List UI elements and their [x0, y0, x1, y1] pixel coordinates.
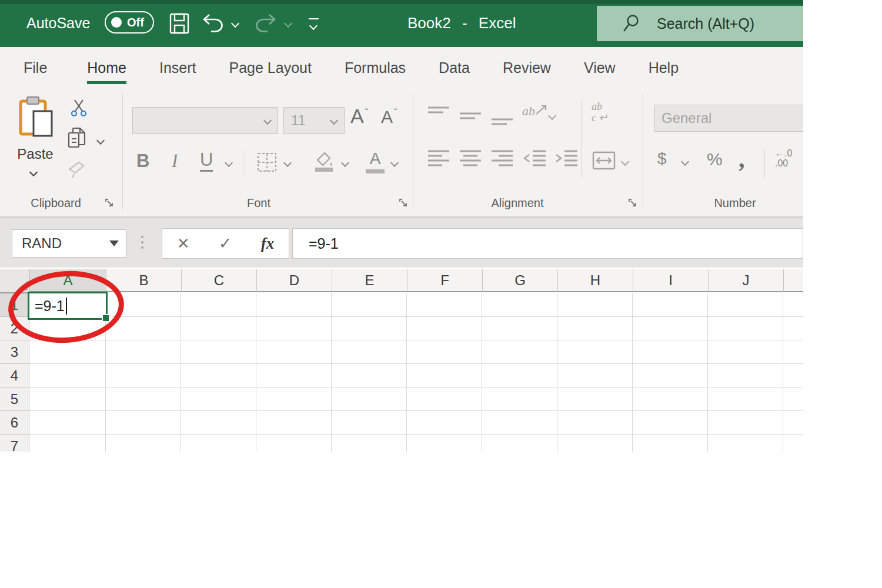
cell-F4[interactable]	[407, 364, 482, 387]
column-header-G[interactable]: G	[483, 269, 558, 292]
align-right-icon[interactable]	[490, 149, 514, 173]
column-header-F[interactable]: F	[407, 269, 483, 292]
cell-J7[interactable]	[708, 435, 783, 452]
cell-J1[interactable]	[708, 293, 783, 317]
cell-I1[interactable]	[633, 293, 708, 317]
cell-F6[interactable]	[407, 411, 482, 435]
tab-data[interactable]: Data	[439, 47, 470, 88]
wrap-text-icon[interactable]: ab c ↵	[592, 101, 608, 123]
increase-decimal-icon[interactable]: ←.0 .00	[775, 148, 792, 168]
search-box[interactable]: Search (Alt+Q)	[597, 6, 803, 41]
copy-dropdown-icon[interactable]	[96, 136, 105, 145]
cell-I2[interactable]	[633, 317, 708, 340]
cell-I6[interactable]	[633, 411, 708, 435]
fill-color-icon[interactable]	[313, 151, 335, 175]
save-icon[interactable]	[166, 0, 193, 47]
copy-icon[interactable]	[67, 127, 87, 152]
italic-button[interactable]: I	[172, 151, 178, 172]
comma-style-icon[interactable]: ,	[739, 145, 745, 173]
column-header-D[interactable]: D	[257, 269, 332, 292]
cell-H1[interactable]	[557, 293, 633, 317]
cell-B4[interactable]	[106, 364, 181, 387]
cell-H6[interactable]	[557, 411, 633, 435]
column-header-I[interactable]: I	[633, 269, 709, 292]
paste-button-label[interactable]: Paste	[13, 146, 58, 162]
cell-A5[interactable]	[29, 387, 106, 411]
cell-B6[interactable]	[106, 411, 181, 435]
cell-C1[interactable]	[181, 293, 256, 317]
cell-H5[interactable]	[557, 387, 633, 411]
percent-style-icon[interactable]: %	[707, 149, 723, 169]
cell-G7[interactable]	[482, 435, 557, 452]
merge-center-icon[interactable]	[592, 151, 616, 173]
cell-E3[interactable]	[332, 340, 407, 364]
cell-H7[interactable]	[557, 435, 633, 452]
cell-C3[interactable]	[181, 340, 256, 364]
row-header-3[interactable]: 3	[0, 340, 29, 364]
cell-E6[interactable]	[332, 411, 407, 435]
paste-icon[interactable]	[18, 96, 54, 141]
cell-D1[interactable]	[256, 293, 332, 317]
tab-formulas[interactable]: Formulas	[345, 47, 406, 88]
cell-B3[interactable]	[106, 340, 181, 364]
tab-help[interactable]: Help	[649, 47, 679, 88]
cell-G2[interactable]	[482, 317, 557, 340]
row-header-6[interactable]: 6	[0, 411, 29, 435]
merge-center-dropdown-icon[interactable]	[621, 158, 629, 166]
quick-access-toolbar-menu-icon[interactable]	[303, 0, 323, 47]
cell-G3[interactable]	[482, 340, 557, 364]
cell-G5[interactable]	[482, 387, 557, 411]
cell-I7[interactable]	[633, 435, 708, 452]
cell-J6[interactable]	[708, 411, 783, 435]
cell-A7[interactable]	[29, 435, 106, 452]
format-painter-icon[interactable]	[67, 161, 87, 181]
cell-J3[interactable]	[708, 340, 783, 364]
cell-C4[interactable]	[181, 364, 256, 387]
cell-F1[interactable]	[407, 293, 482, 317]
cut-icon[interactable]	[69, 99, 88, 120]
number-format-combo[interactable]: General	[654, 105, 803, 132]
formula-input[interactable]: =9-1	[292, 228, 803, 259]
increase-indent-icon[interactable]	[554, 149, 579, 173]
cell-D7[interactable]	[256, 435, 332, 452]
cell-A6[interactable]	[29, 411, 106, 435]
clipboard-dialog-launcher-icon[interactable]	[105, 198, 114, 208]
redo-icon[interactable]	[253, 0, 279, 47]
tab-review[interactable]: Review	[503, 47, 551, 88]
cell-I3[interactable]	[633, 340, 708, 364]
align-center-icon[interactable]	[459, 149, 482, 173]
cell-C5[interactable]	[181, 387, 256, 411]
tab-file[interactable]: File	[24, 47, 47, 88]
decrease-font-size-button[interactable]: Aˇ	[381, 107, 396, 127]
bold-button[interactable]: B	[136, 151, 149, 172]
paste-dropdown-icon[interactable]	[29, 168, 38, 176]
align-left-icon[interactable]	[427, 149, 450, 173]
cell-E7[interactable]	[332, 435, 407, 452]
cell-D6[interactable]	[256, 411, 332, 435]
cell-C6[interactable]	[181, 411, 256, 435]
borders-dropdown-icon[interactable]	[283, 159, 292, 167]
cell-E5[interactable]	[332, 387, 407, 411]
bottom-align-icon[interactable]	[490, 111, 514, 131]
font-size-combo[interactable]: 11	[283, 107, 345, 134]
orientation-dropdown-icon[interactable]	[548, 112, 556, 120]
row-header-7[interactable]: 7	[0, 435, 29, 452]
accounting-format-dropdown-icon[interactable]	[681, 158, 689, 166]
name-box[interactable]: RAND	[12, 229, 126, 258]
cell-C2[interactable]	[181, 317, 256, 340]
underline-dropdown-icon[interactable]	[225, 159, 233, 167]
tab-home[interactable]: Home	[87, 47, 126, 88]
column-header-H[interactable]: H	[558, 269, 633, 292]
row-header-5[interactable]: 5	[0, 387, 29, 411]
row-header-4[interactable]: 4	[0, 364, 29, 387]
column-header-J[interactable]: J	[709, 269, 784, 292]
cell-D3[interactable]	[256, 340, 332, 364]
underline-button[interactable]: U	[200, 151, 213, 172]
column-header-C[interactable]: C	[182, 269, 257, 292]
top-align-icon[interactable]	[427, 106, 450, 126]
tab-page-layout[interactable]: Page Layout	[229, 47, 312, 88]
cell-H4[interactable]	[557, 364, 633, 387]
cell-D5[interactable]	[256, 387, 332, 411]
undo-icon[interactable]	[200, 0, 226, 47]
accounting-format-icon[interactable]: $	[657, 149, 667, 168]
